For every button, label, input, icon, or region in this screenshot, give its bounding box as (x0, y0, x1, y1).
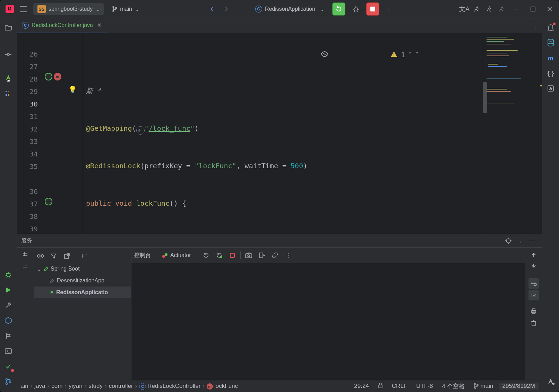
json-tool-button[interactable]: { } (544, 66, 558, 80)
rerun-failed-button[interactable] (214, 250, 224, 261)
settings-button[interactable] (496, 3, 508, 15)
debug-tool-button[interactable] (1, 268, 15, 282)
window-close-button[interactable] (542, 2, 558, 16)
run-config-selector[interactable]: C RedissonApplication ⌄ (252, 3, 328, 15)
console-output[interactable] (131, 263, 525, 380)
notifications-button[interactable] (544, 20, 558, 34)
screenshot-button[interactable] (243, 250, 254, 261)
globe-icon[interactable]: ⊕˅ (136, 126, 145, 135)
cursor-position[interactable]: 29:24 (351, 383, 372, 390)
main-menu-button[interactable] (17, 2, 31, 16)
svg-rect-10 (8, 91, 9, 92)
vcs-tool-button[interactable] (1, 375, 15, 389)
editor-tab-active[interactable]: C RedisLockController.java ✕ (17, 18, 106, 34)
translate-button[interactable]: 文A (458, 3, 470, 15)
scroll-to-end-button[interactable] (528, 290, 539, 300)
console-tab[interactable]: 控制台 (134, 252, 151, 259)
svg-rect-26 (230, 253, 234, 257)
code-area[interactable]: 1 ˄ ˅ 新 * @GetMapping(⊕˅"/lock_func") @R… (83, 33, 483, 234)
editor: 26 27 28 29 30 31 32 33 34 35 36 37 38 3… (17, 33, 542, 234)
run-line-marker[interactable]: m (45, 73, 61, 80)
collapse-all-button[interactable] (20, 261, 31, 271)
rerun-console-button[interactable] (201, 250, 211, 261)
jrebel-tool-button[interactable]: JR (1, 71, 15, 85)
open-external-button[interactable] (62, 251, 72, 261)
maven-tool-button[interactable]: m (544, 51, 558, 65)
ai-assistant-tool-button[interactable]: A (544, 82, 558, 95)
tree-item-desensitization[interactable]: DesensitizationApp (34, 275, 131, 287)
editor-gutter-icons: m 💡 (41, 33, 83, 234)
actuator-tab[interactable]: Actuator (162, 252, 191, 258)
prev-highlight-button[interactable]: ˄ (409, 49, 412, 61)
locate-button[interactable] (502, 235, 514, 247)
svg-rect-4 (370, 7, 375, 11)
git-tool-button[interactable] (1, 329, 15, 343)
jrebel-status-button[interactable]: JR (544, 375, 558, 389)
console-more-button[interactable]: ⋮ (283, 250, 293, 261)
next-highlight-button[interactable]: ˅ (415, 49, 419, 61)
breadcrumb-item[interactable]: java (34, 383, 45, 390)
breadcrumb-item[interactable]: ain (20, 383, 28, 390)
tree-root-spring-boot[interactable]: ⌄ Spring Boot (34, 263, 131, 275)
window-maximize-button[interactable] (525, 2, 541, 16)
print-button[interactable] (528, 306, 539, 316)
structure-tool-button[interactable] (1, 86, 15, 100)
breadcrumb-item[interactable]: com (51, 383, 62, 390)
database-tool-button[interactable] (544, 36, 558, 50)
breadcrumb-item[interactable]: yiyan (69, 383, 83, 390)
reader-mode-icon[interactable] (263, 36, 329, 74)
expand-all-button[interactable] (20, 249, 31, 259)
nav-forward-button[interactable] (221, 3, 232, 15)
window-minimize-button[interactable] (508, 2, 524, 16)
breadcrumb-class[interactable]: CRedisLockController (139, 383, 200, 390)
more-tools-button[interactable]: ⋯ (1, 102, 15, 116)
commit-tool-button[interactable] (1, 48, 15, 61)
inspections-widget[interactable]: 1 ˄ ˅ (263, 36, 419, 74)
filter-button[interactable] (49, 251, 59, 261)
search-everywhere-button[interactable] (483, 3, 495, 15)
show-hidden-button[interactable] (35, 251, 46, 261)
git-branch-selector[interactable]: main ⌄ (108, 3, 144, 15)
tab-close-button[interactable]: ✕ (97, 22, 102, 28)
project-selector[interactable]: SS springboot3-study ⌄ (33, 3, 104, 15)
problems-tool-button[interactable] (1, 359, 15, 373)
intention-bulb-icon[interactable]: 💡 (68, 85, 77, 94)
app-logo[interactable]: IJ (3, 2, 17, 16)
breadcrumb-method[interactable]: mlockFunc (207, 383, 238, 390)
class-icon: C (255, 6, 262, 12)
project-tool-button[interactable] (1, 20, 15, 34)
more-actions-button[interactable]: ⋮ (382, 3, 394, 15)
indent-settings[interactable]: 4 个空格 (438, 382, 468, 390)
debug-button[interactable] (350, 3, 362, 15)
panel-minimize-button[interactable]: — (526, 235, 538, 247)
exit-button[interactable] (257, 250, 267, 261)
run-line-marker[interactable] (45, 198, 52, 205)
memory-indicator[interactable]: 2959/8192M (499, 383, 539, 390)
add-service-button[interactable]: ˅ (78, 251, 88, 261)
services-tool-button[interactable] (1, 314, 15, 327)
rerun-button[interactable] (332, 2, 345, 16)
build-tool-button[interactable] (1, 298, 15, 312)
git-branch-status[interactable]: main (470, 383, 497, 390)
code-with-me-button[interactable] (471, 3, 483, 15)
stop-console-button[interactable] (227, 250, 238, 261)
file-encoding[interactable]: UTF-8 (413, 383, 436, 390)
tabs-more-button[interactable]: ⋮ (528, 19, 542, 33)
clear-all-button[interactable] (528, 318, 539, 328)
line-separator[interactable]: CRLF (388, 383, 411, 390)
breadcrumb-item[interactable]: study (88, 383, 103, 390)
lock-icon[interactable] (375, 383, 386, 390)
breadcrumb-item[interactable]: controller (109, 383, 133, 390)
panel-options-button[interactable]: ⋮ (514, 235, 526, 247)
nav-back-button[interactable] (206, 3, 218, 15)
scroll-up-button[interactable] (528, 249, 539, 259)
scroll-down-button[interactable] (528, 261, 539, 271)
stop-button[interactable] (366, 2, 379, 16)
tree-item-redisson[interactable]: RedissonApplicatio (34, 287, 131, 298)
soft-wrap-button[interactable] (528, 278, 539, 289)
run-tool-button[interactable] (1, 283, 15, 297)
editor-minimap[interactable] (483, 33, 542, 234)
terminal-tool-button[interactable] (1, 344, 15, 358)
link-button[interactable] (270, 250, 280, 261)
svg-point-25 (220, 256, 222, 258)
